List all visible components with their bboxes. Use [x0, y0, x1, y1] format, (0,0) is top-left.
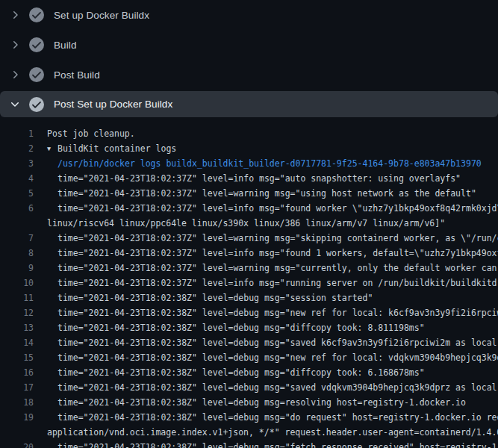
- log-line-text: time="2021-04-23T18:02:38Z" level=debug …: [57, 440, 498, 448]
- log-line-number[interactable]: 15: [0, 350, 34, 365]
- log-line-text: time="2021-04-23T18:02:38Z" level=debug …: [57, 365, 425, 380]
- log-line: 3 /usr/bin/docker logs buildx_buildkit_b…: [0, 156, 498, 171]
- log-line: 9 time="2021-04-23T18:02:37Z" level=warn…: [0, 261, 498, 276]
- log-line-number[interactable]: 14: [0, 335, 34, 350]
- log-line-text: time="2021-04-23T18:02:37Z" level=warnin…: [57, 231, 498, 246]
- log-line: 14 time="2021-04-23T18:02:38Z" level=deb…: [0, 335, 498, 350]
- log-line: 4 time="2021-04-23T18:02:37Z" level=info…: [0, 171, 498, 186]
- log-line-number[interactable]: 10: [0, 276, 34, 290]
- log-line-text: linux/riscv64 linux/ppc64le linux/s390x …: [47, 216, 445, 231]
- log-line: 18 time="2021-04-23T18:02:38Z" level=deb…: [0, 395, 498, 410]
- check-circle-icon: [29, 97, 44, 112]
- log-line: 6 time="2021-04-23T18:02:37Z" level=info…: [0, 201, 498, 216]
- log-line: 20 time="2021-04-23T18:02:38Z" level=deb…: [0, 440, 498, 448]
- log-line-number[interactable]: 9: [0, 261, 34, 276]
- log-line-text: application/vnd.oci.image.index.v1+json,…: [47, 425, 498, 440]
- log-line-number[interactable]: 13: [0, 320, 34, 335]
- check-circle-icon: [29, 7, 44, 22]
- log-line-text: time="2021-04-23T18:02:38Z" level=debug …: [57, 350, 498, 365]
- step-row[interactable]: Post Set up Docker Buildx: [0, 91, 498, 117]
- log-line-number[interactable]: 7: [0, 231, 34, 246]
- steps-list: Set up Docker Buildx Build Post Build: [0, 0, 498, 117]
- log-line: 16 time="2021-04-23T18:02:38Z" level=deb…: [0, 365, 498, 380]
- log-line: 5 time="2021-04-23T18:02:37Z" level=warn…: [0, 186, 498, 201]
- log-line-number[interactable]: 11: [0, 290, 34, 305]
- log-line: linux/riscv64 linux/ppc64le linux/s390x …: [0, 216, 498, 231]
- step-row[interactable]: Build: [0, 30, 498, 60]
- log-line-text: /usr/bin/docker logs buildx_buildkit_bui…: [57, 156, 482, 171]
- log-group-toggle-icon[interactable]: ▼: [47, 141, 57, 156]
- log-line-text: time="2021-04-23T18:02:37Z" level=info m…: [57, 171, 461, 186]
- log-line: 10 time="2021-04-23T18:02:37Z" level=inf…: [0, 276, 498, 290]
- log-line-text: time="2021-04-23T18:02:38Z" level=debug …: [57, 335, 498, 350]
- log-line-number[interactable]: 8: [0, 246, 34, 261]
- log-line-number[interactable]: 6: [0, 201, 34, 216]
- log-line-text: time="2021-04-23T18:02:37Z" level=info m…: [57, 276, 498, 290]
- log-area: 1 Post job cleanup. 2 ▼ BuildKit contain…: [0, 117, 498, 448]
- log-line: 19 time="2021-04-23T18:02:38Z" level=deb…: [0, 410, 498, 425]
- log-line-text: time="2021-04-23T18:02:38Z" level=debug …: [57, 410, 498, 425]
- log-line: 13 time="2021-04-23T18:02:38Z" level=deb…: [0, 320, 498, 335]
- log-line: 17 time="2021-04-23T18:02:38Z" level=deb…: [0, 380, 498, 395]
- log-line-number: [0, 216, 34, 231]
- log-line: 7 time="2021-04-23T18:02:37Z" level=warn…: [0, 231, 498, 246]
- log-line-text: time="2021-04-23T18:02:37Z" level=info m…: [57, 246, 498, 261]
- log-line-text: time="2021-04-23T18:02:37Z" level=warnin…: [57, 261, 498, 276]
- log-line-text: time="2021-04-23T18:02:38Z" level=debug …: [57, 395, 466, 410]
- log-line-number[interactable]: 18: [0, 395, 34, 410]
- log-line-text: BuildKit container logs: [57, 141, 176, 156]
- log-line-text: time="2021-04-23T18:02:37Z" level=warnin…: [57, 186, 476, 201]
- chevron-down-icon: [9, 99, 21, 111]
- log-line-number[interactable]: 19: [0, 410, 34, 425]
- step-row[interactable]: Post Build: [0, 60, 498, 90]
- step-label: Set up Docker Buildx: [54, 10, 149, 21]
- log-line-number[interactable]: 16: [0, 365, 34, 380]
- log-line: 12 time="2021-04-23T18:02:38Z" level=deb…: [0, 305, 498, 320]
- chevron-right-icon: [9, 39, 21, 51]
- step-label: Build: [54, 40, 77, 51]
- log-line-number[interactable]: 5: [0, 186, 34, 201]
- log-line-number: [0, 425, 34, 440]
- step-label: Post Build: [54, 69, 100, 81]
- check-circle-icon: [29, 67, 44, 82]
- log-line-text: Post job cleanup.: [47, 126, 135, 141]
- log-line-number[interactable]: 12: [0, 305, 34, 320]
- log-line-text: time="2021-04-23T18:02:37Z" level=info m…: [57, 201, 498, 216]
- log-line-text: time="2021-04-23T18:02:38Z" level=debug …: [57, 380, 498, 395]
- log-line: 15 time="2021-04-23T18:02:38Z" level=deb…: [0, 350, 498, 365]
- step-row[interactable]: Set up Docker Buildx: [0, 0, 498, 30]
- log-line-number[interactable]: 20: [0, 440, 34, 448]
- log-line-text: time="2021-04-23T18:02:38Z" level=debug …: [57, 290, 373, 305]
- log-line-number[interactable]: 17: [0, 380, 34, 395]
- log-line-number[interactable]: 4: [0, 171, 34, 186]
- log-line: 2 ▼ BuildKit container logs: [0, 141, 498, 156]
- log-line-text: time="2021-04-23T18:02:38Z" level=debug …: [57, 320, 425, 335]
- actions-log-viewer: Set up Docker Buildx Build Post Build: [0, 0, 498, 448]
- log-line: application/vnd.oci.image.index.v1+json,…: [0, 425, 498, 440]
- check-circle-icon: [29, 37, 44, 52]
- log-line-number[interactable]: 2: [0, 141, 34, 156]
- log-line: 8 time="2021-04-23T18:02:37Z" level=info…: [0, 246, 498, 261]
- log-line: 11 time="2021-04-23T18:02:38Z" level=deb…: [0, 290, 498, 305]
- step-label: Post Set up Docker Buildx: [54, 99, 172, 110]
- log-line-number[interactable]: 3: [0, 156, 34, 171]
- chevron-right-icon: [9, 69, 21, 81]
- log-line-number[interactable]: 1: [0, 126, 34, 141]
- log-line: 1 Post job cleanup.: [0, 126, 498, 141]
- chevron-right-icon: [9, 9, 21, 21]
- log-line-text: time="2021-04-23T18:02:38Z" level=debug …: [57, 305, 498, 320]
